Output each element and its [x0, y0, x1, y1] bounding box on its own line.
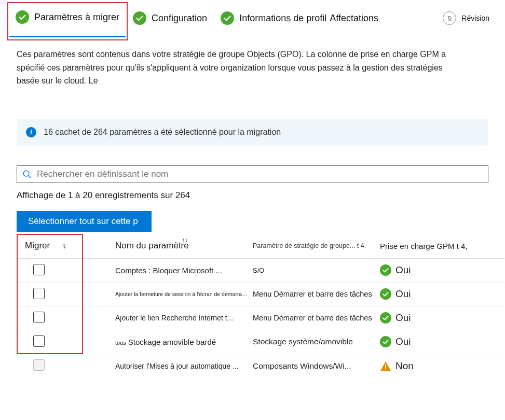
table-row: Ajouter le lien Recherche Internet t... … — [17, 306, 504, 330]
table-header-row: Migrer ↑↓ Nom du paramètre ↑↓ Paramètre … — [17, 234, 504, 259]
wizard-step-settings[interactable]: Paramètres à migrer — [16, 10, 119, 26]
cell-migrer — [17, 359, 115, 372]
cell-name: Comptes : Bloquer Microsoft ... — [115, 266, 253, 275]
wizard-step-label: Affectations — [330, 13, 378, 24]
check-icon — [380, 336, 391, 347]
table-row: Autoriser l'Mises à jour automatique ...… — [17, 354, 504, 378]
table-row: Comptes : Bloquer Microsoft ... S/O Oui — [17, 259, 504, 283]
search-icon — [22, 170, 32, 179]
settings-table: Migrer ↑↓ Nom du paramètre ↑↓ Paramètre … — [17, 234, 504, 378]
info-icon: i — [26, 127, 36, 137]
migrate-checkbox[interactable] — [33, 312, 45, 323]
cell-name: Autoriser l'Mises à jour automatique ... — [115, 362, 253, 370]
wizard-step-profile-info[interactable]: Informations de profil — [221, 11, 326, 25]
cell-gpm: Oui — [380, 336, 504, 347]
svg-rect-2 — [385, 365, 386, 368]
column-header-gpm[interactable]: Prise en charge GPM t 4, — [380, 242, 504, 250]
check-icon — [221, 11, 234, 25]
migrate-checkbox[interactable] — [33, 335, 45, 347]
sort-icon: ↑↓ — [61, 242, 64, 250]
cell-name: tousStockage amovible bardé — [115, 338, 253, 346]
warning-icon — [380, 360, 391, 372]
step-number-icon: 5 — [443, 11, 456, 25]
table-row: tousStockage amovible bardé Stockage sys… — [17, 330, 504, 354]
cell-param: Composants Windows/Wi... — [253, 361, 380, 371]
column-header-nom[interactable]: Nom du paramètre ↑↓ — [115, 241, 253, 251]
svg-point-0 — [23, 171, 29, 176]
wizard-step-label: Informations de profil — [239, 13, 326, 24]
active-underline — [9, 36, 126, 37]
select-all-button[interactable]: Sélectionner tout sur cette p — [17, 211, 152, 232]
wizard-step-label: Paramètres à migrer — [34, 12, 119, 23]
svg-line-1 — [29, 175, 31, 178]
cell-param: Menu Démarrer et barre des tâches — [253, 314, 380, 322]
check-icon — [16, 10, 29, 24]
cell-gpm: Oui — [380, 312, 504, 324]
page-description: Ces paramètres sont contenus dans votre … — [0, 26, 483, 88]
info-bar-text: 16 cachet de 264 paramètres a été sélect… — [44, 128, 281, 137]
search-box[interactable] — [17, 165, 488, 183]
wizard-step-label: Révision — [461, 14, 489, 22]
wizard-steps: Paramètres à migrer Configuration Inform… — [0, 0, 505, 26]
cell-gpm: Non — [380, 360, 504, 372]
records-count-label: Affichage de 1 à 20 enregistrements sur … — [17, 190, 488, 201]
migrate-checkbox[interactable] — [33, 288, 45, 299]
table-row: Ajouter la fermeture de session à l'écra… — [17, 283, 504, 306]
cell-migrer — [17, 264, 115, 277]
sort-icon: ↑↓ — [182, 236, 188, 244]
cell-migrer — [17, 288, 115, 301]
cell-param: Menu Démarrer et barre des tâches — [253, 290, 380, 298]
search-input[interactable] — [37, 169, 483, 179]
cell-name: Ajouter la fermeture de session à l'écra… — [115, 291, 253, 297]
cell-name: Ajouter le lien Recherche Internet t... — [115, 314, 253, 322]
check-icon — [380, 288, 391, 300]
cell-migrer — [17, 335, 115, 348]
cell-param: Stockage système/amovible — [253, 337, 380, 346]
cell-gpm: Oui — [380, 264, 504, 276]
column-header-param[interactable]: Paramètre de stratégie de groupe... t 4, — [253, 242, 380, 249]
cell-migrer — [17, 312, 115, 325]
migrate-checkbox[interactable] — [33, 264, 45, 275]
svg-rect-3 — [385, 368, 386, 369]
info-bar: i 16 cachet de 264 paramètres a été séle… — [17, 119, 488, 146]
wizard-step-configuration[interactable]: Configuration — [133, 11, 207, 25]
check-icon — [380, 264, 391, 276]
check-icon — [380, 312, 391, 324]
migrate-checkbox-disabled — [33, 359, 45, 371]
wizard-step-review[interactable]: 5 Révision — [443, 11, 489, 25]
cell-gpm: Oui — [380, 288, 504, 300]
wizard-step-label: Configuration — [152, 13, 207, 24]
wizard-step-assignments[interactable]: Affectations — [330, 13, 378, 24]
cell-param: S/O — [253, 267, 380, 274]
check-icon — [133, 11, 146, 25]
column-header-migrer[interactable]: Migrer ↑↓ — [17, 241, 115, 251]
